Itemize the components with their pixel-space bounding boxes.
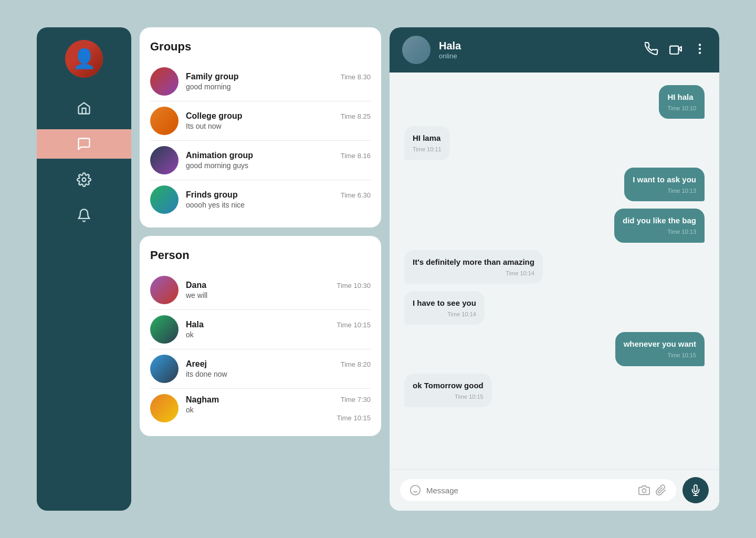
svg-point-0 [82,178,86,182]
chat-contact-name: Hala [439,40,636,52]
message-text: HI lama [413,132,442,143]
chat-contact-status: online [439,52,636,60]
person-preview: we will [186,291,371,299]
message-time: Time 10:14 [413,270,534,277]
group-preview: Its out now [186,122,371,130]
person-content-hala: Hala Time 10:15 ok [186,320,371,339]
message-text: I have to see you [413,297,476,308]
mic-button[interactable] [682,477,709,503]
group-avatar-family [150,67,178,96]
groups-card: Groups Family group Time 8.30 good morni… [140,27,381,227]
group-preview: good morning [186,82,371,91]
message-time: Time 10:10 [667,105,696,112]
group-preview: good morning guys [186,161,371,170]
person-avatar-dana [150,276,178,304]
message-input[interactable] [426,486,633,495]
groups-title: Groups [150,40,371,54]
message-time: Time 10:14 [413,311,476,318]
list-item[interactable]: Areej Time 8:20 its done now [150,349,371,389]
group-name: Family group [186,72,238,81]
list-item[interactable]: Hala Time 10:15 ok [150,310,371,349]
video-icon[interactable] [669,42,682,58]
group-avatar-animation [150,146,178,174]
chat-panel: Hala online [390,27,719,511]
messages-area: HI hala Time 10:10 HI lama Time 10:11 I … [390,73,719,469]
person-time: Time 10:15 [337,321,371,329]
message-text: did you like the bag [623,215,696,226]
group-content-college: College group Time 8.25 Its out now [186,111,371,130]
person-name: Areej [186,359,207,369]
message-time: Time 10:15 [413,393,484,401]
phone-icon[interactable] [645,42,658,58]
sidebar-item-chat[interactable] [37,129,131,159]
group-preview: ooooh yes its nice [186,201,371,209]
message-input-wrapper [400,479,676,501]
list-item[interactable]: Nagham Time 7:30 ok Time 10:15 [150,389,371,428]
emoji-icon[interactable] [410,484,421,496]
person-avatar-areej [150,355,178,383]
person-name: Nagham [186,395,219,405]
person-name: Dana [186,281,206,290]
person-content-nagham: Nagham Time 7:30 ok Time 10:15 [186,395,371,422]
sidebar [37,27,131,511]
chat-contact-avatar [402,36,430,64]
group-content-friends: Frinds group Time 6.30 ooooh yes its nic… [186,190,371,209]
message-bubble: whenever you want Time 10:15 [615,332,705,366]
group-time: Time 8.16 [341,152,371,160]
person-time: Time 8:20 [341,360,371,368]
message-time: Time 10:13 [633,187,696,195]
group-name: Frinds group [186,190,238,200]
more-icon[interactable] [693,42,707,58]
svg-point-4 [699,51,701,54]
person-time: Time 10:30 [337,282,371,289]
svg-point-8 [642,489,646,492]
group-avatar-friends [150,185,178,214]
user-avatar[interactable] [65,40,103,78]
group-content-family: Family group Time 8.30 good morning [186,72,371,91]
sidebar-nav [37,94,131,498]
group-time: Time 6.30 [341,191,371,199]
message-bubble: HI lama Time 10:11 [404,126,450,160]
group-time: Time 8.25 [341,112,371,120]
message-bubble: did you like the bag Time 10:13 [614,209,705,242]
list-item[interactable]: Family group Time 8.30 good morning [150,62,371,101]
person-content-dana: Dana Time 10:30 we will [186,281,371,299]
person-time: Time 7:30 [341,396,371,404]
person-preview: ok [186,330,371,339]
group-name: Animation group [186,151,253,160]
message-time: Time 10:15 [624,351,696,359]
group-content-animation: Animation group Time 8.16 good morning g… [186,151,371,170]
message-text: HI hala [667,91,696,102]
chat-input-area [390,469,719,511]
list-item[interactable]: Dana Time 10:30 we will [150,271,371,310]
sidebar-item-settings[interactable] [37,165,131,194]
message-bubble: It's definitely more than amazing Time 1… [404,250,543,284]
person-time2: Time 10:15 [186,414,371,422]
message-bubble: ok Tomorrow good Time 10:15 [404,374,492,407]
group-avatar-college [150,107,178,135]
message-bubble: HI hala Time 10:10 [659,85,705,119]
sidebar-item-home[interactable] [37,94,131,123]
message-text: ok Tomorrow good [413,380,484,391]
chat-header-actions [645,42,707,58]
sidebar-item-notifications[interactable] [37,201,131,230]
list-item[interactable]: College group Time 8.25 Its out now [150,101,371,141]
list-item[interactable]: Frinds group Time 6.30 ooooh yes its nic… [150,180,371,219]
message-text: whenever you want [624,338,696,349]
person-preview: ok [186,406,371,414]
message-text: It's definitely more than amazing [413,256,534,267]
person-avatar-hala [150,315,178,344]
group-time: Time 8.30 [341,73,371,81]
list-item[interactable]: Animation group Time 8.16 good morning g… [150,141,371,180]
message-time: Time 10:11 [413,146,442,153]
chat-header: Hala online [390,27,719,73]
attach-icon[interactable] [655,484,667,496]
persons-title: Person [150,249,371,262]
camera-icon[interactable] [638,484,650,496]
message-bubble: I have to see you Time 10:14 [404,291,485,325]
middle-panel: Groups Family group Time 8.30 good morni… [140,27,381,511]
message-text: I want to ask you [633,174,696,185]
person-name: Hala [186,320,204,329]
chat-header-info: Hala online [439,40,636,60]
svg-point-3 [699,48,701,50]
